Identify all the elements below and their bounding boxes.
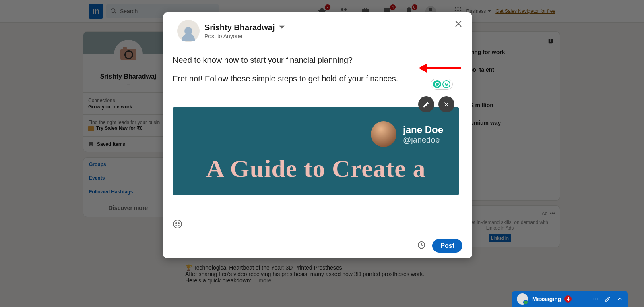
modal-header: Srishty Bharadwaj Post to Anyone: [163, 12, 472, 46]
doc-author-avatar: [371, 121, 396, 147]
post-text-line[interactable]: Fret not! Follow these simple steps to g…: [173, 73, 459, 84]
caret-down-icon: [279, 25, 285, 30]
svg-point-12: [173, 220, 182, 228]
post-visibility[interactable]: Post to Anyone: [204, 33, 285, 39]
emoji-button[interactable]: [173, 223, 182, 230]
compose-scroll[interactable]: Need to know how to start your financial…: [173, 54, 462, 197]
svg-point-13: [176, 223, 177, 224]
remove-attachment-button[interactable]: [438, 96, 454, 112]
schedule-button[interactable]: [417, 241, 426, 251]
close-button[interactable]: [454, 19, 463, 30]
modal-toolbar: [163, 215, 472, 233]
create-post-modal: Srishty Bharadwaj Post to Anyone Need to…: [163, 12, 472, 258]
messaging-count-badge: 4: [564, 295, 572, 303]
doc-title: A Guide to Create a: [185, 154, 447, 183]
author-avatar[interactable]: [177, 20, 200, 42]
modal-footer: Post: [163, 233, 472, 258]
svg-point-14: [178, 223, 179, 224]
messaging-bar[interactable]: Messaging 4: [512, 291, 628, 307]
grammarly-widget[interactable]: G: [431, 79, 453, 90]
grammarly-tone-icon: [433, 80, 441, 88]
post-text-line[interactable]: Need to know how to start your financial…: [173, 54, 459, 66]
annotation-arrow: [427, 67, 461, 69]
post-button[interactable]: Post: [432, 239, 462, 253]
doc-author: jane Doe @janedoe: [371, 121, 443, 147]
grammarly-logo-icon: G: [442, 80, 450, 88]
compose-icon[interactable]: [605, 296, 611, 302]
author-name-dropdown[interactable]: Srishty Bharadwaj: [204, 23, 285, 32]
svg-point-18: [597, 299, 598, 300]
svg-point-17: [595, 299, 597, 300]
messaging-avatar: [517, 293, 528, 305]
edit-attachment-button[interactable]: [418, 96, 434, 112]
more-icon[interactable]: [592, 296, 599, 302]
attached-document[interactable]: jane Doe @janedoe A Guide to Create a: [173, 107, 459, 195]
chevron-up-icon[interactable]: [617, 296, 623, 302]
svg-point-16: [593, 299, 594, 300]
